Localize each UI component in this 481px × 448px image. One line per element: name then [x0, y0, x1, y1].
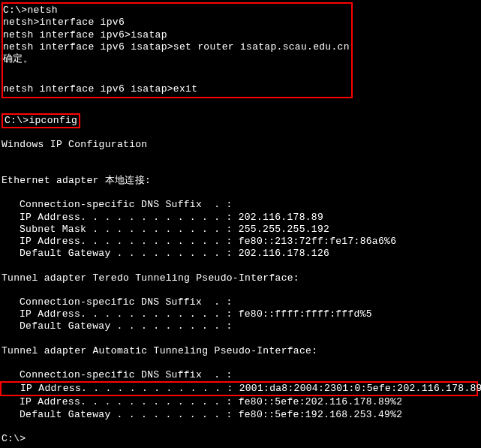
command-prompt[interactable]: C:\>	[2, 433, 479, 445]
teredo-dns: Connection-specific DNS Suffix . :	[2, 296, 479, 308]
auto-tunnel-ip-1: IP Address. . . . . . . . . . . . : 2001…	[2, 383, 476, 395]
netsh-line-4: netsh interface ipv6 isatap>set router i…	[3, 41, 351, 53]
blank-line	[3, 65, 351, 77]
ethernet-ip-1: IP Address. . . . . . . . . . . . : 202.…	[2, 212, 479, 224]
blank-line	[2, 260, 479, 272]
netsh-line-1: C:\>netsh	[3, 5, 351, 17]
blank-line	[2, 187, 479, 199]
blank-line	[2, 421, 479, 433]
auto-tunnel-dns: Connection-specific DNS Suffix . :	[2, 369, 479, 381]
auto-tunnel-adapter-title: Tunnel adapter Automatic Tunneling Pseud…	[2, 345, 479, 357]
ipv6-address-highlight-box: IP Address. . . . . . . . . . . . : 2001…	[0, 381, 478, 396]
blank-line	[2, 107, 479, 113]
blank-line	[3, 77, 351, 83]
auto-tunnel-ip-2: IP Address. . . . . . . . . . . . : fe80…	[2, 396, 479, 408]
ethernet-subnet: Subnet Mask . . . . . . . . . . . : 255.…	[2, 224, 479, 236]
auto-tunnel-gateway: Default Gateway . . . . . . . . . : fe80…	[2, 409, 479, 421]
blank-line	[2, 333, 479, 345]
blank-line	[2, 151, 479, 163]
ethernet-dns: Connection-specific DNS Suffix . :	[2, 199, 479, 211]
netsh-line-3: netsh interface ipv6>isatap	[3, 29, 351, 41]
teredo-ip: IP Address. . . . . . . . . . . . : fe80…	[2, 308, 479, 320]
netsh-line-5: 确定。	[3, 53, 351, 65]
netsh-commands-box: C:\>netsh netsh>interface ipv6 netsh int…	[2, 2, 353, 98]
ethernet-adapter-title: Ethernet adapter 本地连接:	[2, 175, 479, 187]
ethernet-gateway: Default Gateway . . . . . . . . . : 202.…	[2, 248, 479, 260]
blank-line	[2, 284, 479, 296]
blank-line	[2, 357, 479, 369]
teredo-adapter-title: Tunnel adapter Teredo Tunneling Pseudo-I…	[2, 272, 479, 284]
netsh-line-6: netsh interface ipv6 isatap>exit	[3, 83, 351, 95]
netsh-line-2: netsh>interface ipv6	[3, 17, 351, 29]
teredo-gateway: Default Gateway . . . . . . . . . :	[2, 320, 479, 332]
blank-line	[2, 163, 479, 175]
ethernet-ip-2: IP Address. . . . . . . . . . . . : fe80…	[2, 236, 479, 248]
ipconfig-header: Windows IP Configuration	[2, 139, 479, 151]
ipconfig-command-box: C:\>ipconfig	[2, 113, 80, 128]
